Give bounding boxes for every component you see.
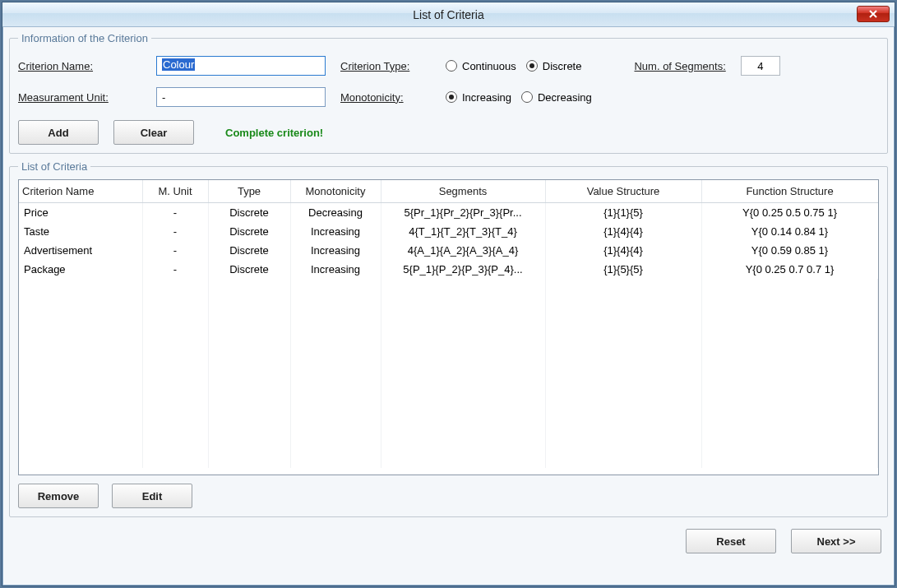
table-row-empty: [19, 392, 878, 411]
window-title: List of Criteria: [413, 8, 483, 21]
radio-decreasing-label: Decreasing: [538, 91, 592, 104]
clear-button[interactable]: Clear: [113, 120, 194, 145]
col-header-func[interactable]: Function Structure: [701, 180, 878, 203]
list-legend: List of Criteria: [18, 160, 90, 173]
col-header-type[interactable]: Type: [208, 180, 290, 203]
criterion-type-label: Criterion Type:: [340, 60, 431, 72]
add-button[interactable]: Add: [18, 120, 99, 145]
criterion-name-label: Criterion Name:: [18, 60, 141, 72]
cell-seg: 5{P_1}{P_2}{P_3}{P_4}...: [381, 260, 545, 279]
radio-continuous[interactable]: Continuous: [446, 60, 516, 72]
titlebar: List of Criteria: [2, 2, 895, 27]
status-text: Complete criterion!: [225, 127, 323, 139]
cell-type: Discrete: [208, 203, 290, 223]
criteria-table[interactable]: Criterion Name M. Unit Type Monotonicity…: [19, 180, 878, 468]
cell-unit: -: [142, 222, 208, 241]
monotonicity-label: Monotonicity:: [340, 91, 431, 104]
table-row-empty: [19, 373, 878, 392]
cell-type: Discrete: [208, 222, 290, 241]
cell-seg: 4{T_1}{T_2}{T_3}{T_4}: [381, 222, 545, 241]
radio-discrete-label: Discrete: [543, 60, 582, 72]
cell-type: Discrete: [208, 241, 290, 260]
col-header-seg[interactable]: Segments: [381, 180, 545, 203]
cell-mono: Decreasing: [290, 203, 381, 223]
list-groupbox: List of Criteria Criterion Name M. Unit …: [9, 160, 888, 517]
cell-val: {1}{4}{4}: [545, 241, 701, 260]
table-row[interactable]: Advertisement-DiscreteIncreasing4{A_1}{A…: [19, 241, 878, 260]
radio-continuous-label: Continuous: [462, 60, 516, 72]
cell-mono: Increasing: [290, 260, 381, 279]
radio-decreasing[interactable]: Decreasing: [521, 91, 592, 104]
edit-button[interactable]: Edit: [112, 484, 192, 508]
content-area: Information of the Criterion Criterion N…: [2, 27, 895, 560]
info-groupbox: Information of the Criterion Criterion N…: [9, 32, 888, 154]
cell-val: {1}{4}{4}: [545, 222, 701, 241]
num-segments-field[interactable]: [741, 56, 780, 76]
cell-func: Y{0 0.59 0.85 1}: [701, 241, 878, 260]
table-header-row: Criterion Name M. Unit Type Monotonicity…: [19, 180, 878, 203]
reset-button[interactable]: Reset: [686, 529, 776, 553]
cell-val: {1}{5}{5}: [545, 260, 701, 279]
dialog-window: List of Criteria Information of the Crit…: [2, 2, 895, 586]
cell-name: Taste: [19, 222, 142, 241]
table-row-empty: [19, 449, 878, 468]
radio-circle-icon: [446, 91, 457, 103]
table-row[interactable]: Price-DiscreteDecreasing5{Pr_1}{Pr_2}{Pr…: [19, 203, 878, 223]
criterion-name-value: Colour: [162, 58, 195, 71]
monotonicity-radios: Increasing Decreasing: [446, 91, 597, 104]
col-header-unit[interactable]: M. Unit: [142, 180, 208, 203]
cell-func: Y{0 0.14 0.84 1}: [701, 222, 878, 241]
radio-circle-icon: [446, 60, 457, 72]
measurement-unit-field[interactable]: [156, 87, 326, 107]
radio-circle-icon: [521, 91, 533, 103]
info-legend: Information of the Criterion: [18, 32, 151, 44]
radio-increasing[interactable]: Increasing: [446, 91, 511, 104]
cell-func: Y{0 0.25 0.5 0.75 1}: [701, 203, 878, 223]
radio-circle-icon: [526, 60, 538, 72]
footer-buttons: Reset Next >>: [9, 524, 888, 553]
table-row-empty: [19, 354, 878, 373]
next-button[interactable]: Next >>: [791, 529, 881, 553]
cell-unit: -: [142, 241, 208, 260]
table-row-empty: [19, 411, 878, 430]
criterion-name-field[interactable]: Colour: [156, 56, 326, 76]
close-icon: [869, 8, 877, 21]
radio-discrete[interactable]: Discrete: [526, 60, 582, 72]
num-segments-label: Num. of Segments:: [634, 60, 725, 72]
col-header-mono[interactable]: Monotonicity: [290, 180, 381, 203]
col-header-name[interactable]: Criterion Name: [19, 180, 142, 203]
cell-unit: -: [142, 260, 208, 279]
cell-mono: Increasing: [290, 241, 381, 260]
cell-seg: 5{Pr_1}{Pr_2}{Pr_3}{Pr...: [381, 203, 545, 223]
table-row-empty: [19, 317, 878, 336]
col-header-val[interactable]: Value Structure: [545, 180, 701, 203]
close-button[interactable]: [857, 6, 890, 22]
cell-name: Price: [19, 203, 142, 223]
table-row-empty: [19, 336, 878, 354]
cell-name: Package: [19, 260, 142, 279]
cell-mono: Increasing: [290, 222, 381, 241]
table-row[interactable]: Taste-DiscreteIncreasing4{T_1}{T_2}{T_3}…: [19, 222, 878, 241]
table-row[interactable]: Package-DiscreteIncreasing5{P_1}{P_2}{P_…: [19, 260, 878, 279]
table-row-empty: [19, 279, 878, 298]
cell-val: {1}{1}{5}: [545, 203, 701, 223]
radio-increasing-label: Increasing: [462, 91, 511, 104]
criterion-type-radios: Continuous Discrete: [446, 60, 586, 72]
remove-button[interactable]: Remove: [18, 484, 99, 508]
cell-type: Discrete: [208, 260, 290, 279]
table-row-empty: [19, 430, 878, 449]
cell-seg: 4{A_1}{A_2}{A_3}{A_4}: [381, 241, 545, 260]
table-row-empty: [19, 298, 878, 317]
cell-name: Advertisement: [19, 241, 142, 260]
cell-unit: -: [142, 203, 208, 223]
cell-func: Y{0 0.25 0.7 0.7 1}: [701, 260, 878, 279]
criteria-table-wrap: Criterion Name M. Unit Type Monotonicity…: [18, 179, 879, 475]
measurement-unit-label: Measurament Unit:: [18, 91, 141, 104]
